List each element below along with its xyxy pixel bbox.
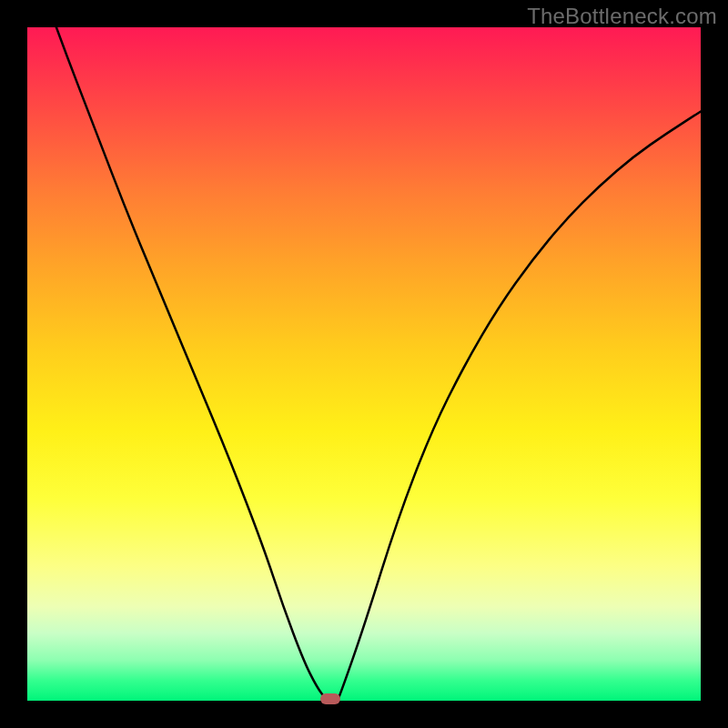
plot-area bbox=[27, 27, 701, 701]
bottleneck-curve bbox=[27, 27, 701, 701]
optimum-marker bbox=[320, 693, 340, 704]
chart-frame: TheBottleneck.com bbox=[0, 0, 728, 728]
watermark-text: TheBottleneck.com bbox=[527, 4, 717, 29]
